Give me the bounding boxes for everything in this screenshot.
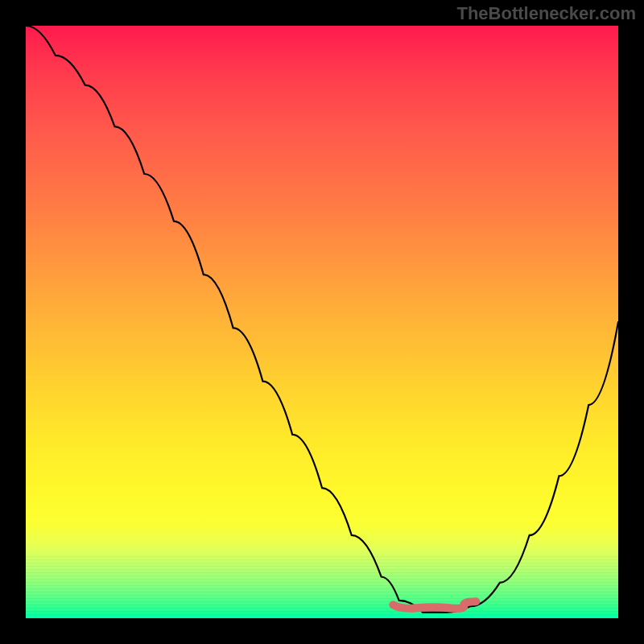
curve-layer	[26, 26, 618, 618]
watermark-text: TheBottlenecker.com	[456, 3, 636, 24]
bottleneck-curve	[26, 26, 618, 613]
bottom-band-lines	[26, 554, 618, 618]
flat-zone-highlight	[393, 601, 476, 609]
bottleneck-gradient-plot	[24, 24, 620, 620]
